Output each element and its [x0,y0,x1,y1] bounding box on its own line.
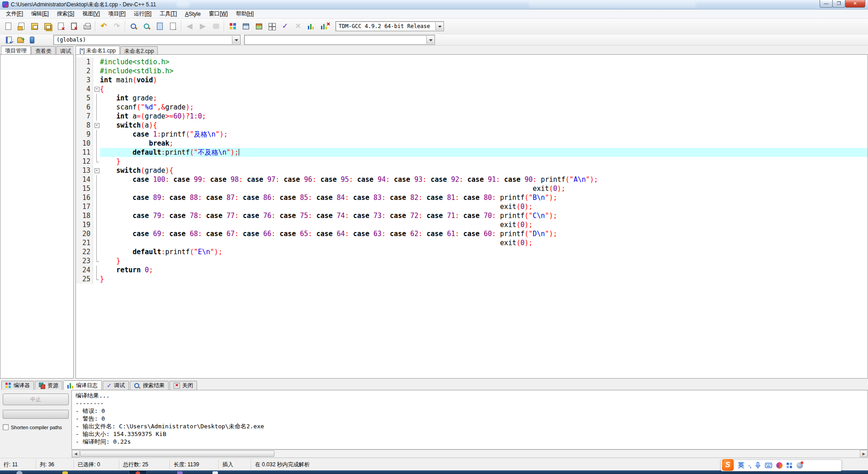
project-panel-tab[interactable]: 项目管理 [1,46,31,54]
code-line[interactable]: 18 case 79: case 78: case 77: case 76: c… [76,211,868,220]
menu-item[interactable]: AStyle [181,10,205,18]
line-number[interactable]: 25 [76,275,93,284]
code-line[interactable]: 13 switch(grade){ [76,166,868,175]
code-text[interactable]: } [100,275,868,284]
menu-item[interactable]: 帮助[H] [232,9,258,19]
bottom-tab-compiler[interactable]: 编译器 [1,381,34,390]
abort-compile-button[interactable]: 中止 [3,393,69,405]
delete-profiling-button[interactable] [318,20,331,33]
line-number[interactable]: 3 [76,76,93,85]
bottom-tab-search[interactable]: 搜索结果 [130,381,169,390]
code-line[interactable]: 7 int a=(grade>=60)?1:0; [76,112,868,121]
editor-tab[interactable]: [*] 未命名1.cpp [75,46,120,54]
code-line[interactable]: 1#include<stdio.h> [76,57,868,66]
fold-toggle-icon[interactable] [93,166,100,175]
line-number[interactable]: 20 [76,229,93,238]
line-number[interactable]: 10 [76,139,93,148]
fold-toggle-icon[interactable] [93,85,100,94]
undo-button[interactable]: ↶ [97,20,110,33]
editor[interactable]: 1#include<stdio.h>2#include<stdlib.h>3in… [75,54,868,379]
line-number[interactable]: 13 [76,166,93,175]
code-text[interactable]: default:printf("不及格\n"); [100,148,868,157]
start-orb[interactable] [16,471,23,474]
menu-item[interactable]: 运行[R] [130,9,156,19]
line-number[interactable]: 5 [76,94,93,103]
members-select[interactable] [244,35,435,45]
code-text[interactable]: int main(void) [100,76,868,85]
code-text[interactable]: exit(0); [100,220,868,229]
keyboard-icon[interactable] [765,463,772,468]
compile-run-button[interactable] [252,20,265,33]
code-text[interactable]: exit(0); [100,202,868,211]
line-number[interactable]: 19 [76,220,93,229]
redo-button[interactable]: ↷ [110,20,123,33]
find-next-button[interactable] [166,20,179,33]
menu-item[interactable]: 工具[T] [156,9,181,19]
settings-icon[interactable] [797,462,803,469]
compiler-select[interactable]: TDM-GCC 4.9.2 64-bit Release [335,21,444,31]
save-all-button[interactable] [41,20,54,33]
code-line[interactable]: 23 } [76,256,868,265]
compile-log-output[interactable]: 编译结果...--------- 错误: 0- 警告: 0- 输出文件名: C:… [71,390,868,450]
line-number[interactable]: 4 [76,85,93,94]
code-text[interactable]: exit(0); [100,238,868,247]
print-button[interactable] [80,20,94,33]
mic-icon[interactable] [755,462,761,469]
code-text[interactable]: exit(0); [100,184,868,193]
code-text[interactable]: int grade; [100,94,868,103]
code-text[interactable]: case 69: case 68: case 67: case 66: case… [100,229,868,238]
close-button[interactable]: ✕ [845,0,865,8]
code-line[interactable]: 8 switch(a){ [76,121,868,130]
code-text[interactable]: case 1:printf("及格\n"); [100,130,868,139]
code-area[interactable]: 1#include<stdio.h>2#include<stdlib.h>3in… [76,55,868,284]
bottom-tab-close[interactable]: 关闭 [170,381,197,390]
taskbar-item[interactable] [62,471,68,474]
code-text[interactable]: { [100,85,868,94]
code-text[interactable]: switch(grade){ [100,166,868,175]
taskbar-item[interactable] [212,471,218,474]
fold-toggle-icon[interactable] [93,121,100,130]
line-number[interactable]: 7 [76,112,93,121]
code-line[interactable]: 24 return 0; [76,265,868,275]
bottom-tab-resources[interactable]: 资源 [35,381,62,390]
code-line[interactable]: 2#include<stdlib.h> [76,66,868,76]
code-line[interactable]: 9 case 1:printf("及格\n"); [76,130,868,139]
code-line[interactable]: 20 case 69: case 68: case 67: case 66: c… [76,229,868,238]
close-file-button[interactable] [54,20,67,33]
line-number[interactable]: 12 [76,157,93,166]
new-unit-button[interactable] [3,35,14,45]
code-text[interactable]: case 79: case 78: case 77: case 76: case… [100,211,868,220]
code-text[interactable]: break; [100,139,868,148]
menu-item[interactable]: 视图[V] [78,9,104,19]
line-number[interactable]: 21 [76,238,93,247]
code-text[interactable]: } [100,157,868,166]
sogou-logo-icon[interactable]: S [722,459,734,471]
line-number[interactable]: 2 [76,66,93,76]
new-file-button[interactable] [2,20,15,33]
code-text[interactable]: switch(a){ [100,121,868,130]
replace-button[interactable] [140,20,153,33]
taskbar-item[interactable] [136,471,140,474]
code-text[interactable]: #include<stdio.h> [100,57,868,66]
compile-button[interactable] [226,20,239,33]
line-number[interactable]: 14 [76,175,93,184]
code-line[interactable]: 10 break; [76,139,868,148]
bottom-tab-debug[interactable]: 调试 [103,381,129,390]
code-line[interactable]: 4{ [76,85,868,94]
remove-from-project-button[interactable] [26,35,38,45]
maximize-button[interactable]: ❐ [832,0,845,8]
code-line[interactable]: 14 case 100: case 99: case 98: case 97: … [76,175,868,184]
code-line[interactable]: 25} [76,275,868,284]
find-button[interactable] [127,20,140,33]
toolbox-icon[interactable] [787,463,793,469]
scroll-left-arrow[interactable]: ◀ [72,450,80,457]
code-text[interactable]: case 89: case 88: case 87: case 86: case… [100,193,868,202]
taskbar-item[interactable] [177,471,183,474]
menu-item[interactable]: 窗口[W] [205,9,232,19]
profile-button[interactable] [305,20,318,33]
globals-select[interactable]: (globals) [53,35,241,45]
project-panel-body[interactable] [0,54,74,379]
syntax-check-button[interactable]: ✓ [278,20,292,33]
menu-item[interactable]: 编辑[E] [27,9,53,19]
editor-tab[interactable]: 未命名2.cpp [120,46,158,54]
